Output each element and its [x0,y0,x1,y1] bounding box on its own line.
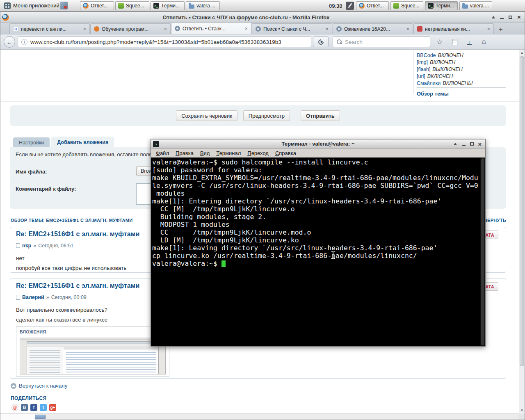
tab-settings[interactable]: Настройки [13,137,50,148]
bbcode-status-line: СмайликиВКЛЮЧЕНЫ [417,80,508,87]
firefox-titlebar[interactable]: Ответить • Станки с ЧПУ на форуме cnc-cl… [0,12,525,23]
sidebar-separator [413,51,414,94]
taskbar-terminal-button[interactable]: Терми... [151,1,185,10]
tab-close-icon[interactable]: × [406,26,409,32]
bookmarks-menu-icon[interactable] [448,37,461,47]
search-input[interactable] [345,39,427,45]
vertical-scrollbar-thumb[interactable] [520,56,524,366]
scroll-up-icon[interactable] [519,50,525,55]
close-icon[interactable] [477,141,483,147]
quill-icon[interactable] [346,2,354,10]
facebook-icon[interactable]: f [30,404,37,411]
folder-icon [189,5,194,9]
applications-menu-label: Меню приложений [13,2,59,9]
tab-title: перевести с англи... [21,26,80,32]
home-icon[interactable] [478,37,490,47]
applications-menu-button[interactable]: Меню приложений [1,1,63,10]
terminal-line: valera@valera:~$ sudo halcompile --insta… [152,158,485,166]
tab-close-icon[interactable]: × [325,26,329,32]
twitter-icon[interactable]: t [40,404,47,411]
googleplus-icon[interactable]: g+ [49,404,56,411]
terminal-scrollbar-thumb[interactable] [481,158,484,345]
tab-6[interactable]: нетривиальная ки...× [413,23,494,34]
taskbar-button-label: Ответ... [367,3,384,9]
back-button[interactable] [4,36,15,48]
author-separator: » [33,243,36,249]
minimize-icon[interactable] [498,14,505,21]
bbcode-link[interactable]: [img] [417,59,428,65]
back-to-top-link[interactable]: Вернуться к началу [11,383,67,389]
bbcode-link[interactable]: [flash] [417,66,430,72]
clock[interactable]: 09:38 [329,3,342,9]
horizontal-scrollbar-thumb[interactable] [35,415,46,419]
menu-item-1[interactable]: Файл [153,150,172,156]
shade-icon[interactable] [490,14,497,21]
launcher-icon[interactable] [60,2,68,9]
taskbar-firefox-button[interactable]: Ответ... [80,1,114,10]
close-icon[interactable] [516,14,523,21]
terminal-screen[interactable]: valera@valera:~$ sudo halcompile --insta… [151,158,485,346]
post-title[interactable]: Re: EMC2+1516Ф1 с эл.магн. муфтами [16,231,139,238]
shade-icon[interactable] [452,141,459,147]
site-info-icon[interactable] [21,39,27,45]
taskbar-terminal-button[interactable]: Терми... [425,1,458,10]
attachment-thumbnail[interactable] [20,337,166,374]
bbcode-status-line: BBCodeВКЛЮЧЕН [417,52,508,59]
tab-5[interactable]: Оживление 16А20...× [333,23,413,34]
file-name-label: Имя файла: [16,169,47,175]
taskbar-squeeze-button[interactable]: Squee... [115,1,149,10]
bookmark-star-icon[interactable] [434,37,446,47]
menu-item-4[interactable]: Терминал [213,150,244,156]
cnc-club-favicon [175,26,180,31]
tab-add-attachments[interactable]: Добавить вложения [51,137,114,148]
tab-close-icon[interactable]: × [83,26,86,32]
mailru-icon[interactable]: @ [11,404,18,411]
folder-icon [462,5,468,9]
menu-item-3[interactable]: Вид [197,150,213,156]
squeeze-icon [118,3,124,9]
reload-button[interactable] [313,37,329,47]
preview-button[interactable]: Предпросмотр [243,110,290,121]
tab-close-icon[interactable]: × [244,26,248,31]
taskbar-squeeze-button[interactable]: Squee... [390,1,423,10]
post-author[interactable]: nkp [22,243,31,249]
menu-item-2[interactable]: Правка [173,150,196,156]
tab-1[interactable]: перевести с англи...× [9,23,90,34]
minimize-icon[interactable] [460,141,467,147]
tab-4[interactable]: Поиск • Станки с Ч...× [252,23,332,34]
url-input[interactable] [30,39,308,45]
post-author[interactable]: Валерий [22,294,44,300]
terminal-titlebar[interactable]: Терминал - valera@valera: ~ [151,139,485,149]
tab-close-icon[interactable]: × [164,26,167,32]
bbcode-link[interactable]: Смайлики [417,80,441,86]
vk-icon[interactable]: B [21,404,28,411]
taskbar-folder-button[interactable]: valera ... [459,1,492,10]
taskbar-firefox-button[interactable]: Ответ... [356,1,389,10]
new-tab-button[interactable] [495,25,506,34]
search-bar[interactable] [333,37,430,47]
url-bar[interactable] [18,37,311,47]
save-draft-button[interactable]: Сохранить черновик [176,110,237,121]
bbcode-link[interactable]: BBCode [417,52,436,58]
tab-3[interactable]: Ответить • Станк...× [171,23,251,34]
tab-close-icon[interactable]: × [487,26,490,32]
taskbar-folder-button[interactable]: valera ... [186,1,220,10]
maximize-icon[interactable] [507,14,514,21]
post-body: нет попробуй все таки цифры не использов… [16,253,126,273]
maximize-icon[interactable] [468,141,475,147]
menu-item-5[interactable]: Переход [244,150,272,156]
submit-button[interactable]: Отправить [301,110,340,121]
topic-review-link[interactable]: Обзор темы [417,91,449,97]
share-icons-row: @Bftg+ [11,404,56,411]
scroll-down-icon[interactable] [519,407,525,413]
menu-item-6[interactable]: Справка [272,150,299,156]
post-body-line: нет [16,253,126,263]
quill-glyph [348,3,352,8]
bbcode-link[interactable]: [url] [417,73,425,79]
tab-2[interactable]: Обучение програм...× [90,23,171,34]
horizontal-scrollbar-track [0,414,35,420]
post-date: Сегодня, 06:51 [38,243,73,249]
bbcode-status: ВКЛЮЧЕНЫ [443,80,472,86]
downloads-icon[interactable] [463,37,475,47]
post-title[interactable]: Re: EMC2+1516Ф1 с эл.магн. муфтами [16,282,139,290]
